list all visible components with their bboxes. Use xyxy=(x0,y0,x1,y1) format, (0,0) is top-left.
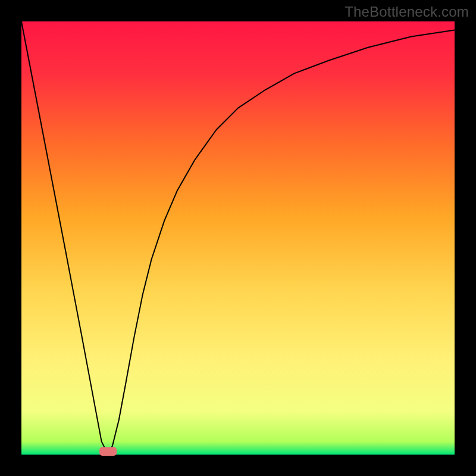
bottleneck-chart xyxy=(0,0,476,476)
watermark-text: TheBottleneck.com xyxy=(345,4,469,20)
chart-frame: TheBottleneck.com xyxy=(0,0,476,476)
plot-background xyxy=(21,21,455,455)
optimal-marker xyxy=(99,447,117,456)
